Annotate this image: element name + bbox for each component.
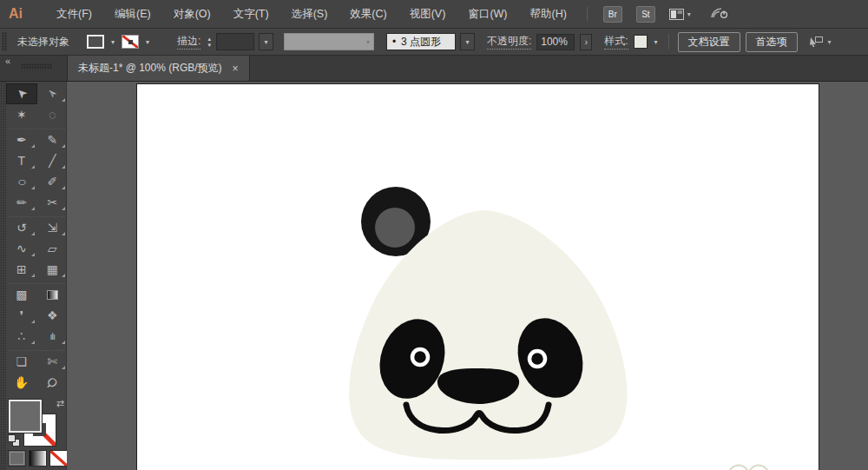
sync-icon[interactable]: [710, 6, 729, 23]
chevron-down-icon[interactable]: ▾: [653, 38, 660, 46]
free-transform-tool[interactable]: ▱: [37, 238, 69, 259]
brush-dot-icon: •: [392, 36, 396, 48]
stroke-weight-input[interactable]: [216, 33, 254, 50]
fill-color-swatch[interactable]: [87, 35, 104, 49]
mesh-tool[interactable]: ▩: [6, 284, 37, 305]
blend-tool[interactable]: ❖: [37, 305, 69, 326]
panda-ear-inner[interactable]: [375, 208, 415, 248]
app-logo: Ai: [9, 6, 23, 22]
menu-object[interactable]: 对象(O): [162, 7, 222, 22]
menu-window[interactable]: 窗口(W): [457, 7, 518, 22]
tool-panel: ➤ ➢ ✶ ◌ ✒ ✎ T ╱ ○ ✐ ✏ ✂: [0, 82, 67, 470]
variable-width-dropdown: ▾: [284, 33, 374, 50]
scale-tool[interactable]: ⇲: [37, 217, 69, 238]
menu-type[interactable]: 文字(T): [222, 7, 280, 22]
chevron-down-icon[interactable]: ▾: [109, 38, 116, 46]
document-tab-bar: « 未标题-1* @ 100% (RGB/预览) ×: [0, 56, 868, 82]
fill-stroke-controls: ⇄: [6, 393, 68, 448]
panda-artwork[interactable]: [137, 84, 819, 470]
none-mode-button[interactable]: [49, 450, 68, 467]
panel-edge-grip[interactable]: [0, 82, 6, 470]
direct-selection-tool[interactable]: ➢: [37, 83, 69, 104]
preferences-button[interactable]: 首选项: [746, 32, 798, 52]
default-fill-stroke-icon[interactable]: [8, 434, 20, 447]
hand-tool[interactable]: ✋: [6, 372, 37, 393]
panda-paw-circle[interactable]: [729, 466, 749, 470]
canvas-pasteboard[interactable]: [67, 82, 868, 470]
type-tool[interactable]: T: [6, 150, 37, 171]
control-bar: 未选择对象 ▾ ▾ 描边: ▴▾ ▾ ▾ • 3 点圆形 ▾ 不透明度: 100…: [0, 29, 868, 56]
stock-button[interactable]: St: [636, 6, 655, 23]
paint-mode-row: [6, 448, 68, 467]
paintbrush-tool[interactable]: ✐: [37, 171, 69, 192]
magic-wand-tool[interactable]: ✶: [6, 104, 37, 125]
style-swatch[interactable]: [634, 35, 648, 49]
width-tool[interactable]: ∿: [6, 238, 37, 259]
workspace-switcher[interactable]: ▾: [669, 9, 691, 20]
stroke-weight-dropdown[interactable]: ▾: [259, 33, 273, 50]
symbol-sprayer-tool[interactable]: ∴: [6, 326, 37, 347]
menu-bar: Ai 文件(F) 编辑(E) 对象(O) 文字(T) 选择(S) 效果(C) 视…: [0, 0, 868, 29]
document-setup-button[interactable]: 文档设置: [678, 32, 740, 52]
menu-select[interactable]: 选择(S): [280, 7, 339, 22]
menubar-divider: [587, 7, 588, 21]
menu-edit[interactable]: 编辑(E): [103, 7, 162, 22]
menu-file[interactable]: 文件(F): [45, 7, 103, 22]
line-segment-tool[interactable]: ╱: [37, 150, 69, 171]
chevron-down-icon[interactable]: ▾: [144, 38, 151, 46]
brush-definition-chevron[interactable]: ▾: [460, 33, 475, 50]
options-separator: [668, 34, 669, 50]
column-graph-tool[interactable]: ılı: [37, 326, 69, 347]
color-mode-button[interactable]: [8, 450, 26, 467]
stroke-weight-stepper[interactable]: ▴▾: [207, 36, 211, 48]
document-title: 未标题-1* @ 100% (RGB/预览): [78, 61, 222, 76]
zoom-tool[interactable]: Ϙ: [37, 372, 69, 393]
brush-name: 3 点圆形: [401, 35, 441, 50]
control-bar-grip[interactable]: [2, 32, 7, 51]
perspective-grid-tool[interactable]: ▦: [37, 259, 69, 280]
slice-tool[interactable]: ✄: [37, 351, 69, 372]
shape-builder-tool[interactable]: ⊞: [6, 259, 37, 280]
workspace-icon: [669, 9, 684, 20]
pointer-panel-icon: [808, 36, 824, 48]
menu-view[interactable]: 视图(V): [398, 7, 457, 22]
chevron-down-icon: ▾: [687, 10, 691, 18]
tool-panel-header: «: [0, 56, 67, 81]
pen-tool[interactable]: ✒: [6, 129, 37, 150]
eyedropper-tool[interactable]: ❜: [6, 305, 37, 326]
style-label[interactable]: 样式:: [604, 34, 628, 50]
gradient-mode-button[interactable]: [29, 450, 47, 467]
panda-paw-circle[interactable]: [749, 466, 769, 470]
selection-status: 未选择对象: [17, 35, 69, 50]
stroke-weight-label[interactable]: 描边:: [177, 34, 201, 50]
chevron-down-icon: ▾: [366, 38, 373, 46]
bridge-button[interactable]: Br: [603, 6, 622, 23]
chevron-down-icon: ▾: [828, 38, 832, 46]
curvature-tool[interactable]: ✎: [37, 129, 69, 150]
rotate-tool[interactable]: ↺: [6, 217, 37, 238]
opacity-label[interactable]: 不透明度:: [487, 34, 531, 50]
menu-help[interactable]: 帮助(H): [519, 7, 578, 22]
stroke-color-swatch[interactable]: [122, 35, 139, 49]
artboard[interactable]: [136, 83, 819, 470]
document-tab[interactable]: 未标题-1* @ 100% (RGB/预览) ×: [67, 56, 250, 81]
opacity-arrow-button[interactable]: ›: [580, 34, 592, 50]
selection-tool[interactable]: ➤: [6, 83, 37, 104]
artboard-tool[interactable]: ❏: [6, 351, 37, 372]
pencil-tool[interactable]: ✏: [6, 192, 37, 213]
ellipse-tool[interactable]: ○: [6, 171, 37, 192]
panel-drag-grip[interactable]: [21, 63, 52, 70]
close-icon[interactable]: ×: [233, 63, 239, 75]
collapse-panel-button[interactable]: «: [5, 56, 10, 66]
menu-effect[interactable]: 效果(C): [339, 7, 398, 22]
arrange-documents-control[interactable]: ▾: [808, 36, 832, 48]
scissors-tool[interactable]: ✂: [37, 192, 69, 213]
gradient-tool[interactable]: [37, 284, 69, 305]
lasso-tool[interactable]: ◌: [37, 104, 69, 125]
opacity-input[interactable]: 100%: [536, 34, 575, 50]
swap-fill-stroke-icon[interactable]: ⇄: [56, 398, 64, 409]
fill-swatch[interactable]: [9, 400, 42, 433]
brush-definition-dropdown[interactable]: • 3 点圆形: [386, 33, 456, 50]
